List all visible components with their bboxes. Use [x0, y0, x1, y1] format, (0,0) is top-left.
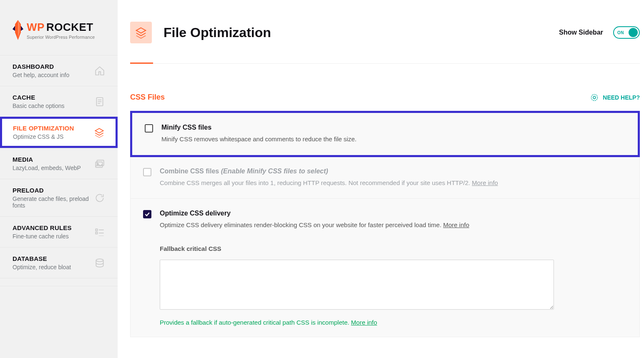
show-sidebar-label: Show Sidebar — [559, 29, 603, 36]
nav-title: CACHE — [13, 94, 65, 101]
logo-title: WPROCKET — [27, 21, 95, 34]
layers-icon — [135, 26, 147, 39]
sidebar-item-cache[interactable]: CACHE Basic cache options — [0, 86, 118, 117]
sidebar-item-preload[interactable]: PRELOAD Generate cache files, preload fo… — [0, 179, 118, 216]
nav-desc: Get help, account info — [13, 72, 69, 78]
minify-css-title: Minify CSS files — [161, 124, 625, 131]
fallback-note: Provides a fallback if auto-generated cr… — [160, 319, 627, 326]
nav-desc: Basic cache options — [13, 103, 65, 109]
combine-more-info-link[interactable]: More info — [472, 179, 498, 186]
page-icon — [130, 22, 152, 43]
sidebar-item-file-optimization[interactable]: FILE OPTIMIZATION Optimize CSS & JS — [0, 117, 118, 148]
nav-title: DASHBOARD — [13, 63, 69, 70]
optimize-css-desc: Optimize CSS delivery eliminates render-… — [160, 220, 627, 230]
sidebar-item-media[interactable]: MEDIA LazyLoad, embeds, WebP — [0, 148, 118, 179]
option-combine-css: Combine CSS files (Enable Minify CSS fil… — [131, 157, 639, 199]
home-icon — [94, 65, 105, 76]
optimize-css-checkbox[interactable] — [143, 210, 151, 218]
fallback-css-label: Fallback critical CSS — [160, 245, 627, 252]
nav-desc: Optimize CSS & JS — [13, 133, 74, 140]
sidebar-item-dashboard[interactable]: DASHBOARD Get help, account info — [0, 55, 118, 86]
show-sidebar-toggle[interactable]: ON — [613, 26, 640, 39]
document-icon — [94, 96, 105, 107]
layers-icon — [94, 127, 105, 138]
sidebar-item-partial[interactable] — [0, 278, 118, 286]
combine-css-desc: Combine CSS merges all your files into 1… — [160, 178, 627, 188]
page-title: File Optimization — [164, 25, 271, 40]
nav-title: PRELOAD — [13, 187, 94, 194]
minify-css-checkbox[interactable] — [145, 124, 153, 133]
nav-title: FILE OPTIMIZATION — [13, 125, 74, 132]
nav-title: DATABASE — [13, 255, 71, 262]
option-minify-css: Minify CSS files Minify CSS removes whit… — [130, 111, 640, 157]
fallback-css-textarea[interactable] — [160, 260, 554, 310]
help-icon — [590, 93, 599, 102]
toggle-knob — [629, 28, 638, 37]
svg-point-14 — [593, 96, 596, 99]
database-icon — [94, 258, 105, 268]
svg-point-13 — [591, 94, 598, 100]
toggle-on-label: ON — [617, 30, 624, 35]
help-label: NEED HELP? — [603, 94, 640, 101]
sidebar-item-advanced-rules[interactable]: ADVANCED RULES Fine-tune cache rules — [0, 216, 118, 247]
need-help-link[interactable]: NEED HELP? — [590, 93, 640, 102]
app-root: WPROCKET Superior WordPress Performance … — [0, 0, 644, 358]
optimize-css-title: Optimize CSS delivery — [160, 210, 627, 217]
optimize-more-info-link[interactable]: More info — [443, 221, 469, 228]
nav-title: ADVANCED RULES — [13, 224, 72, 231]
refresh-icon — [94, 193, 105, 203]
sidebar: WPROCKET Superior WordPress Performance … — [0, 0, 118, 358]
sidebar-item-database[interactable]: DATABASE Optimize, reduce bloat — [0, 247, 118, 278]
combine-css-checkbox — [143, 168, 151, 176]
page-header: File Optimization Show Sidebar ON — [130, 22, 640, 64]
svg-rect-7 — [96, 229, 97, 230]
svg-point-12 — [96, 259, 103, 262]
options-panel: Minify CSS files Minify CSS removes whit… — [130, 111, 640, 337]
check-icon — [144, 211, 150, 217]
nav-desc: Generate cache files, preload fonts — [13, 195, 94, 209]
nav-desc: Fine-tune cache rules — [13, 233, 72, 240]
nav-desc: LazyLoad, embeds, WebP — [13, 165, 81, 171]
logo: WPROCKET Superior WordPress Performance — [0, 0, 118, 55]
images-icon — [94, 158, 105, 169]
css-files-section: CSS Files NEED HELP? Minify CSS files Mi… — [130, 64, 640, 337]
main-content: File Optimization Show Sidebar ON CSS Fi… — [118, 0, 644, 358]
option-optimize-css: Optimize CSS delivery Optimize CSS deliv… — [131, 199, 639, 337]
rocket-icon — [13, 20, 23, 40]
nav-desc: Optimize, reduce bloat — [13, 264, 71, 270]
nav-title: MEDIA — [13, 156, 81, 163]
svg-rect-9 — [96, 232, 97, 234]
list-icon — [94, 227, 105, 238]
combine-css-title: Combine CSS files (Enable Minify CSS fil… — [160, 168, 627, 175]
minify-css-desc: Minify CSS removes whitespace and commen… — [161, 135, 625, 144]
logo-subtitle: Superior WordPress Performance — [27, 35, 95, 40]
section-title: CSS Files — [130, 93, 165, 102]
fallback-more-info-link[interactable]: More info — [351, 319, 377, 326]
